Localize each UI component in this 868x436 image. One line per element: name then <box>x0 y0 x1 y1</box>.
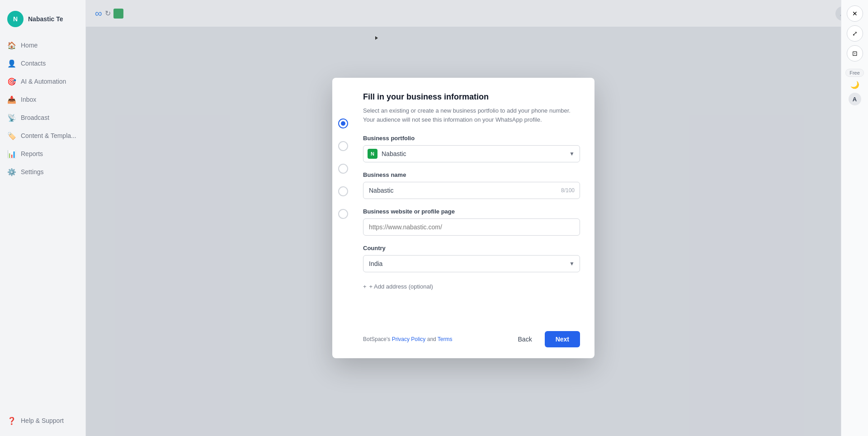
sidebar-item-label: Content & Templa... <box>21 132 76 139</box>
business-portfolio-group: Business portfolio N Nabastic ▼ <box>363 135 580 162</box>
back-button[interactable]: Back <box>511 331 539 347</box>
free-badge: Free <box>845 69 864 77</box>
business-portfolio-select-wrapper: N Nabastic ▼ <box>363 145 580 162</box>
footer-actions: Back Next <box>511 331 580 347</box>
terms-link[interactable]: Terms <box>438 336 453 342</box>
broadcast-icon: 📡 <box>7 113 16 122</box>
sidebar-item-label: Contacts <box>21 60 46 67</box>
expand-button[interactable]: ⤢ <box>847 25 863 42</box>
step-1-indicator[interactable] <box>338 118 348 128</box>
contacts-icon: 👤 <box>7 59 16 68</box>
step-5-indicator[interactable] <box>338 209 348 219</box>
business-name-input[interactable] <box>363 182 580 199</box>
business-portfolio-select[interactable]: Nabastic <box>363 145 580 162</box>
add-address-label: + Add address (optional) <box>369 283 433 290</box>
sidebar-item-label: Reports <box>21 150 43 157</box>
portfolio-badge: N <box>368 149 377 159</box>
help-label: Help & Support <box>21 417 64 424</box>
country-select[interactable]: India USA UK Australia <box>363 255 580 272</box>
content-icon: 🏷️ <box>7 131 16 140</box>
next-button[interactable]: Next <box>545 331 580 347</box>
sidebar-item-inbox[interactable]: 📥 Inbox <box>0 90 85 109</box>
sidebar-item-broadcast[interactable]: 📡 Broadcast <box>0 109 85 127</box>
sidebar-item-label: Broadcast <box>21 114 49 121</box>
business-website-group: Business website or profile page <box>363 208 580 236</box>
close-icon: ✕ <box>852 10 858 17</box>
footer-legal-text: BotSpace's Privacy Policy and Terms <box>363 336 453 342</box>
sidebar-item-contacts[interactable]: 👤 Contacts <box>0 54 85 72</box>
modal-overlay: Fill in your business information Select… <box>86 0 841 436</box>
avatar: N <box>7 11 24 27</box>
business-website-label: Business website or profile page <box>363 208 580 215</box>
help-support-item[interactable]: ❓ Help & Support <box>7 416 78 425</box>
sidebar: N Nabastic Te 🏠 Home 👤 Contacts 🎯 AI & A… <box>0 0 86 436</box>
privacy-policy-link[interactable]: Privacy Policy <box>392 336 426 342</box>
modal-description: Select an existing or create a new busin… <box>363 106 580 124</box>
sidebar-item-reports[interactable]: 📊 Reports <box>0 145 85 163</box>
home-icon: 🏠 <box>7 41 16 50</box>
sidebar-item-content-templates[interactable]: 🏷️ Content & Templa... <box>0 127 85 145</box>
inbox-icon: 📥 <box>7 95 16 104</box>
sidebar-item-label: Settings <box>21 168 44 175</box>
business-name-label: Business name <box>363 171 580 178</box>
sidebar-item-label: AI & Automation <box>21 78 66 85</box>
modal-content: Fill in your business information Select… <box>354 78 594 322</box>
sidebar-item-label: Inbox <box>21 96 36 103</box>
sidebar-nav: 🏠 Home 👤 Contacts 🎯 AI & Automation 📥 In… <box>0 36 85 181</box>
sidebar-item-label: Home <box>21 42 38 49</box>
business-portfolio-label: Business portfolio <box>363 135 580 142</box>
ai-icon: 🎯 <box>7 77 16 86</box>
modal-dialog: Fill in your business information Select… <box>332 78 594 358</box>
right-panel: ✕ ⤢ ⊡ Free 🌙 A <box>841 0 868 436</box>
add-address-icon: + <box>363 283 367 290</box>
country-group: Country India USA UK Australia ▼ <box>363 245 580 272</box>
screen-icon: ⊡ <box>852 50 858 57</box>
step-4-indicator[interactable] <box>338 186 348 196</box>
sidebar-header: N Nabastic Te <box>0 7 85 36</box>
step-2-indicator[interactable] <box>338 141 348 151</box>
reports-icon: 📊 <box>7 149 16 158</box>
settings-icon: ⚙️ <box>7 167 16 176</box>
sidebar-item-settings[interactable]: ⚙️ Settings <box>0 163 85 181</box>
modal-title: Fill in your business information <box>363 92 580 102</box>
help-icon: ❓ <box>7 416 16 425</box>
business-name-input-wrapper: 8/100 <box>363 182 580 199</box>
business-website-input[interactable] <box>363 218 580 236</box>
expand-icon: ⤢ <box>852 30 858 37</box>
sidebar-title: Nabastic Te <box>28 15 63 23</box>
country-select-wrapper: India USA UK Australia ▼ <box>363 255 580 272</box>
step-indicators <box>332 114 354 223</box>
char-count-badge: 8/100 <box>561 187 575 194</box>
modal-footer: BotSpace's Privacy Policy and Terms Back… <box>354 322 594 358</box>
step-3-indicator[interactable] <box>338 164 348 174</box>
close-button[interactable]: ✕ <box>847 5 863 22</box>
user-avatar-btn[interactable]: A <box>849 93 861 105</box>
add-address-btn[interactable]: + + Add address (optional) <box>363 281 580 292</box>
sidebar-item-ai-automation[interactable]: 🎯 AI & Automation <box>0 72 85 90</box>
country-label: Country <box>363 245 580 251</box>
sidebar-item-home[interactable]: 🏠 Home <box>0 36 85 54</box>
business-name-group: Business name 8/100 <box>363 171 580 199</box>
screen-button[interactable]: ⊡ <box>847 45 863 62</box>
sidebar-bottom: ❓ Help & Support <box>0 412 85 429</box>
moon-icon[interactable]: 🌙 <box>850 81 859 89</box>
